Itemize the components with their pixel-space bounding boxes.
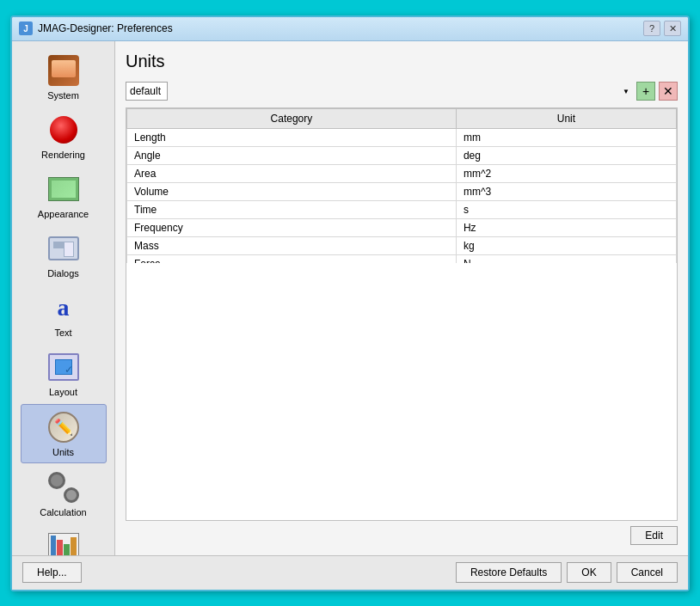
help-button[interactable]: Help... bbox=[22, 562, 82, 583]
sidebar-item-rendering[interactable]: Rendering bbox=[21, 107, 107, 165]
cell-category: Mass bbox=[127, 236, 457, 254]
cancel-button[interactable]: Cancel bbox=[617, 562, 678, 583]
dropdown-arrow-icon: ▼ bbox=[623, 87, 629, 95]
units-icon: ✏️ bbox=[46, 410, 81, 444]
cell-unit: kg bbox=[456, 236, 676, 254]
cell-category: Length bbox=[127, 128, 457, 146]
sidebar-item-dialogs[interactable]: Dialogs bbox=[21, 226, 107, 284]
dialogs-icon bbox=[46, 231, 81, 266]
app-icon: J bbox=[19, 21, 33, 35]
sidebar-label-units: Units bbox=[52, 447, 74, 457]
table-row[interactable]: Volumemm^3 bbox=[127, 182, 677, 200]
title-buttons: ? ✕ bbox=[643, 21, 681, 36]
footer: Help... Restore Defaults OK Cancel bbox=[12, 555, 688, 590]
table-row[interactable]: ForceN bbox=[127, 254, 677, 263]
sidebar-item-text[interactable]: a Text bbox=[21, 285, 107, 343]
sidebar-label-appearance: Appearance bbox=[38, 209, 89, 219]
dropdown-row: default SI CGS custom ▼ + ✕ bbox=[126, 82, 678, 101]
sidebar-label-dialogs: Dialogs bbox=[47, 268, 79, 279]
ok-button[interactable]: OK bbox=[567, 562, 611, 583]
add-icon: + bbox=[642, 84, 649, 98]
sidebar-label-system: System bbox=[47, 90, 79, 101]
rendering-icon bbox=[46, 113, 81, 147]
cell-unit: mm^3 bbox=[456, 182, 676, 200]
cell-category: Time bbox=[127, 200, 457, 218]
sidebar-label-text: Text bbox=[54, 327, 71, 338]
sidebar: System Rendering Appearance bbox=[12, 41, 115, 555]
sidebar-item-units[interactable]: ✏️ Units bbox=[21, 404, 107, 463]
footer-right: Restore Defaults OK Cancel bbox=[456, 562, 678, 583]
table-row[interactable]: Areamm^2 bbox=[127, 164, 677, 182]
title-bar-left: J JMAG-Designer: Preferences bbox=[19, 21, 173, 35]
appearance-icon bbox=[46, 172, 81, 206]
cell-category: Area bbox=[127, 164, 457, 182]
remove-icon: ✕ bbox=[663, 84, 673, 98]
cell-unit: s bbox=[456, 200, 676, 218]
text-icon: a bbox=[46, 291, 81, 325]
edit-button[interactable]: Edit bbox=[630, 526, 678, 545]
table-row[interactable]: Lengthmm bbox=[127, 128, 677, 146]
cell-category: Frequency bbox=[127, 218, 457, 236]
sidebar-label-layout: Layout bbox=[49, 387, 77, 397]
table-scroll-area[interactable]: Category Unit LengthmmAngledegAreamm^2Vo… bbox=[126, 108, 677, 263]
cell-unit: mm^2 bbox=[456, 164, 676, 182]
main-window: J JMAG-Designer: Preferences ? ✕ System bbox=[10, 15, 690, 591]
cell-category: Angle bbox=[127, 146, 457, 164]
calculation-icon bbox=[46, 470, 81, 505]
dropdown-wrapper: default SI CGS custom ▼ bbox=[126, 82, 633, 101]
sidebar-item-display-table[interactable]: Display Table bbox=[21, 524, 107, 555]
sidebar-label-rendering: Rendering bbox=[41, 150, 85, 160]
cell-category: Force bbox=[127, 254, 457, 263]
remove-preset-button[interactable]: ✕ bbox=[659, 82, 678, 101]
sidebar-item-calculation[interactable]: Calculation bbox=[21, 465, 107, 523]
layout-icon bbox=[46, 350, 81, 384]
col-header-category: Category bbox=[127, 108, 457, 128]
display-table-icon bbox=[46, 529, 81, 555]
restore-defaults-button[interactable]: Restore Defaults bbox=[456, 562, 562, 583]
table-row[interactable]: Angledeg bbox=[127, 146, 677, 164]
window-title: JMAG-Designer: Preferences bbox=[38, 22, 173, 34]
col-header-unit: Unit bbox=[456, 108, 676, 128]
cell-unit: N bbox=[456, 254, 676, 263]
units-table: Category Unit LengthmmAngledegAreamm^2Vo… bbox=[126, 108, 677, 263]
table-row[interactable]: FrequencyHz bbox=[127, 218, 677, 236]
cell-category: Volume bbox=[127, 182, 457, 200]
sidebar-item-system[interactable]: System bbox=[21, 48, 107, 106]
cell-unit: deg bbox=[456, 146, 676, 164]
cell-unit: Hz bbox=[456, 218, 676, 236]
cell-unit: mm bbox=[456, 128, 676, 146]
units-table-container: Category Unit LengthmmAngledegAreamm^2Vo… bbox=[126, 107, 678, 521]
close-title-btn[interactable]: ✕ bbox=[664, 21, 681, 36]
unit-preset-dropdown[interactable]: default SI CGS custom bbox=[126, 82, 168, 101]
sidebar-item-appearance[interactable]: Appearance bbox=[21, 167, 107, 224]
help-title-btn[interactable]: ? bbox=[643, 21, 660, 36]
table-row[interactable]: Times bbox=[127, 200, 677, 218]
main-panel: Units default SI CGS custom ▼ + ✕ bbox=[115, 41, 688, 555]
content-area: System Rendering Appearance bbox=[12, 41, 688, 555]
table-row[interactable]: Masskg bbox=[127, 236, 677, 254]
sidebar-item-layout[interactable]: Layout bbox=[21, 345, 107, 402]
add-preset-button[interactable]: + bbox=[636, 82, 655, 101]
sidebar-label-calculation: Calculation bbox=[40, 507, 86, 517]
system-icon bbox=[46, 53, 81, 88]
title-bar: J JMAG-Designer: Preferences ? ✕ bbox=[12, 17, 688, 41]
table-header-row: Category Unit bbox=[127, 108, 677, 128]
edit-btn-row: Edit bbox=[126, 526, 678, 545]
page-title: Units bbox=[126, 52, 678, 71]
